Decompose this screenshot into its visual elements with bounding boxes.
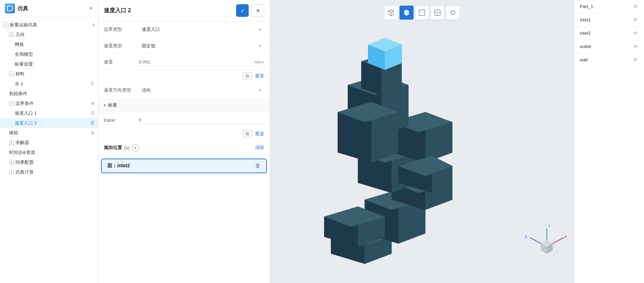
panel-title: 速度入口 2 xyxy=(104,7,233,14)
right-item-part1: Part_1 👁 xyxy=(574,0,644,13)
sidebar-item-velocity-inlet2[interactable]: 速度入口 2 ☰ xyxy=(0,118,98,128)
tree-label: 初始条件 xyxy=(9,90,94,97)
sidebar-item-solver[interactable]: + 求解器 xyxy=(0,138,98,148)
sidebar-item-sim-compute[interactable]: + 仿真计算 xyxy=(0,167,98,177)
boundary-type-label: 边界类型 xyxy=(104,26,139,33)
sidebar-item-velocity-inlet1[interactable]: 速度入口 1 ☰ xyxy=(0,108,98,118)
reset-view-button[interactable] xyxy=(446,6,460,20)
velocity-input-wrap xyxy=(139,58,252,66)
tree-label: 水 1 xyxy=(15,81,89,87)
cancel-button[interactable]: ✕ xyxy=(251,4,264,17)
reset-button[interactable]: 重置 xyxy=(255,73,264,79)
sidebar-collapse-arrow[interactable]: ▼ xyxy=(89,6,93,11)
visibility-toggle-part1[interactable]: 👁 xyxy=(633,4,638,9)
right-panel: Part_1 👁 inlet1 👁 inlet2 👁 outlet 👁 wall… xyxy=(574,0,644,283)
velocity-type-control[interactable]: 固定值 ▾ xyxy=(139,41,264,50)
visibility-toggle-inlet2[interactable]: 👁 xyxy=(633,30,638,36)
expand-plus-icon[interactable]: + xyxy=(9,170,14,175)
expand-minus-icon[interactable]: − xyxy=(4,22,8,27)
tracer-label: tracer xyxy=(104,117,139,123)
visibility-toggle-inlet1[interactable]: 👁 xyxy=(633,17,638,23)
right-item-inlet2: inlet2 👁 xyxy=(574,27,644,40)
tree-label: 仿真计算 xyxy=(15,169,94,175)
sidebar-item-geometry[interactable]: + 几何 xyxy=(0,30,98,40)
velocity-direction-control[interactable]: 法向 ▾ xyxy=(139,86,264,95)
svg-line-3 xyxy=(419,10,422,13)
sidebar-item-global-model[interactable]: 全局模型 xyxy=(0,49,98,59)
view-flat-button[interactable] xyxy=(430,6,444,20)
3d-scene: Y X Z xyxy=(270,18,574,274)
expand-plus-icon[interactable]: + xyxy=(9,140,14,145)
view-wireframe-button[interactable] xyxy=(415,6,429,20)
add-boundary-icon[interactable]: ⊕ xyxy=(91,101,94,106)
tree-label: 几何 xyxy=(15,32,94,38)
velocity-actions: fx 重置 xyxy=(98,70,270,82)
sidebar-item-scalar-sim[interactable]: − 标量运输仿真 ℹ xyxy=(0,20,98,30)
tracer-fx-button[interactable]: fx xyxy=(243,130,252,138)
right-item-label: outlet xyxy=(580,44,630,49)
velocity-input[interactable] xyxy=(139,59,252,65)
tracer-reset-button[interactable]: 重置 xyxy=(255,131,264,137)
chevron-down-icon: ▾ xyxy=(259,88,261,93)
info-icon: ℹ xyxy=(93,22,94,27)
sidebar-item-result-config[interactable]: + 结果配置 xyxy=(0,157,98,167)
left-sidebar: 仿真 ▼ − 标量运输仿真 ℹ + 几何 网格 全局模型 标量设置 − 材料 xyxy=(0,0,98,283)
tracer-input[interactable] xyxy=(139,117,264,122)
expand-plus-icon[interactable]: + xyxy=(9,32,14,37)
velocity-direction-select[interactable]: 法向 ▾ xyxy=(139,86,264,95)
sidebar-item-material[interactable]: − 材料 xyxy=(0,69,98,79)
sidebar-item-initial-condition[interactable]: 初始条件 xyxy=(0,89,98,99)
visibility-toggle-outlet[interactable]: 👁 xyxy=(633,43,638,49)
tree-label: 标量运输仿真 xyxy=(10,22,91,28)
viewport: Y X Z xyxy=(270,0,574,283)
app-logo xyxy=(5,4,15,13)
svg-line-48 xyxy=(530,237,541,243)
panel-header: 速度入口 2 ✓ ✕ xyxy=(98,0,270,21)
scalar-section-header[interactable]: ▾ 标量 xyxy=(98,99,270,112)
sidebar-item-time-resource[interactable]: 时间步&资源 xyxy=(0,148,98,157)
sidebar-item-body-group[interactable]: 体组 ⊕ xyxy=(0,128,98,138)
boundary-type-select[interactable]: 速度入口 ▾ xyxy=(139,25,264,34)
expand-minus-icon[interactable]: − xyxy=(9,72,14,76)
sidebar-item-boundary-condition[interactable]: − 边界条件 ⊕ xyxy=(0,99,98,108)
velocity-label: 速度 xyxy=(104,59,139,65)
right-item-label: inlet1 xyxy=(580,17,630,22)
view-3d-solid-button[interactable] xyxy=(400,6,414,20)
velocity-type-row: 速度类型 固定值 ▾ xyxy=(98,38,270,54)
clear-button[interactable]: 清除 xyxy=(255,144,264,151)
sidebar-item-mesh[interactable]: 网格 xyxy=(0,40,98,49)
velocity-type-select[interactable]: 固定值 ▾ xyxy=(139,41,264,50)
right-item-inlet1: inlet1 👁 xyxy=(574,13,644,27)
view-3d-gray-button[interactable] xyxy=(384,6,398,20)
menu-icon[interactable]: ☰ xyxy=(90,81,94,86)
app-title: 仿真 xyxy=(18,5,86,12)
add-body-icon[interactable]: ⊕ xyxy=(91,130,94,135)
chevron-down-icon: ▾ xyxy=(104,103,106,108)
location-item: 面：inlet2 🗑 xyxy=(101,159,267,173)
scalar-section-label: 标量 xyxy=(108,102,117,108)
svg-text:Z: Z xyxy=(525,235,527,239)
tracer-actions: fx 重置 xyxy=(98,128,270,140)
expand-minus-icon[interactable]: − xyxy=(9,101,14,106)
sidebar-item-scalar-settings[interactable]: 标量设置 xyxy=(0,59,98,69)
tree-label: 速度入口 2 xyxy=(15,120,89,126)
fx-button[interactable]: fx xyxy=(243,72,252,80)
expand-plus-icon[interactable]: + xyxy=(9,160,14,165)
right-item-wall: wall 👁 xyxy=(574,53,644,67)
tracer-input-wrap xyxy=(139,116,264,124)
sidebar-header: 仿真 ▼ xyxy=(0,0,98,17)
sidebar-item-water1[interactable]: 水 1 ☰ xyxy=(0,79,98,89)
add-location-button[interactable]: + xyxy=(132,144,139,151)
menu-icon[interactable]: ☰ xyxy=(90,111,94,116)
apply-location-label: 施加位置 xyxy=(104,144,122,151)
visibility-toggle-wall[interactable]: 👁 xyxy=(633,57,638,63)
boundary-type-control[interactable]: 速度入口 ▾ xyxy=(139,25,264,34)
location-name-value: inlet2 xyxy=(117,163,130,168)
chevron-down-icon: ▾ xyxy=(259,44,261,48)
velocity-direction-value: 法向 xyxy=(142,87,151,93)
delete-location-button[interactable]: 🗑 xyxy=(255,163,261,169)
boundary-type-value: 速度入口 xyxy=(142,26,160,33)
menu-icon[interactable]: ☰ xyxy=(90,121,94,126)
confirm-button[interactable]: ✓ xyxy=(236,4,249,17)
velocity-unit: m/s ▾ xyxy=(255,60,264,65)
